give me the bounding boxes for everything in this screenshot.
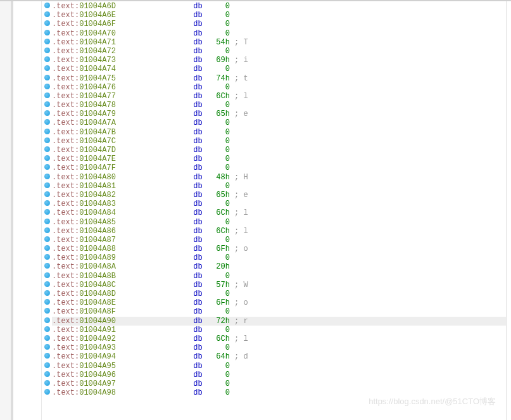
disasm-line[interactable]: .text:01004A94 db 64h ; d — [52, 352, 506, 361]
breakpoint-dot[interactable] — [44, 164, 50, 170]
breakpoint-dot[interactable] — [44, 30, 50, 35]
disasm-line[interactable]: .text:01004A7F db 0 — [52, 163, 506, 172]
disasm-line[interactable]: .text:01004A95 db 0 — [52, 362, 506, 371]
disasm-line[interactable]: .text:01004A72 db 0 — [52, 47, 506, 56]
breakpoint-dot[interactable] — [44, 281, 50, 287]
disasm-line[interactable]: .text:01004A83 db 0 — [52, 200, 506, 208]
disasm-line[interactable]: .text:01004A8B db 0 — [52, 272, 506, 281]
disasm-line[interactable]: .text:01004A85 db 0 — [52, 218, 506, 227]
comment: ; T — [230, 38, 248, 47]
breakpoint-dot[interactable] — [44, 326, 50, 332]
breakpoint-dot[interactable] — [44, 39, 50, 44]
comment: ; e — [230, 191, 248, 200]
breakpoint-dot[interactable] — [44, 191, 50, 197]
disasm-line[interactable]: .text:01004A88 db 6Fh ; o — [52, 245, 506, 253]
breakpoint-dot[interactable] — [44, 11, 50, 17]
breakpoint-dot[interactable] — [44, 137, 50, 143]
breakpoint-dot[interactable] — [44, 219, 50, 224]
breakpoint-dot[interactable] — [44, 254, 50, 260]
breakpoint-dot[interactable] — [44, 362, 50, 368]
disasm-line[interactable]: .text:01004A80 db 48h ; H — [52, 173, 506, 182]
breakpoint-dot[interactable] — [44, 182, 50, 188]
disasm-line[interactable]: .text:01004A97 db 0 — [52, 379, 506, 388]
disasm-line[interactable]: .text:01004A8A db 20h — [52, 262, 506, 271]
disasm-line[interactable]: .text:01004A7C db 0 — [52, 137, 506, 146]
disasm-line[interactable]: .text:01004A6E db 0 — [52, 11, 506, 20]
breakpoint-dot[interactable] — [44, 371, 50, 377]
disasm-line[interactable]: .text:01004A71 db 54h ; T — [52, 38, 506, 47]
breakpoint-dot[interactable] — [44, 380, 50, 386]
disasm-line[interactable]: .text:01004A73 db 69h ; i — [52, 56, 506, 65]
disasm-line[interactable]: .text:01004A7E db 0 — [52, 155, 506, 163]
disasm-line[interactable]: .text:01004A8E db 6Fh ; o — [52, 298, 506, 307]
breakpoint-dot[interactable] — [44, 174, 50, 179]
disasm-line[interactable]: .text:01004A89 db 0 — [52, 253, 506, 262]
breakpoint-gutter[interactable] — [42, 1, 52, 420]
disasm-line[interactable]: .text:01004A77 db 6Ch ; l — [52, 92, 506, 101]
breakpoint-dot[interactable] — [44, 3, 50, 8]
breakpoint-dot[interactable] — [44, 65, 50, 71]
disasm-line[interactable]: .text:01004A8D db 0 — [52, 290, 506, 298]
breakpoint-dot[interactable] — [44, 155, 50, 161]
breakpoint-dot[interactable] — [44, 353, 50, 359]
disasm-line[interactable]: .text:01004A7B db 0 — [52, 128, 506, 137]
mnemonic: db — [193, 227, 202, 236]
disasm-line[interactable]: .text:01004A74 db 0 — [52, 65, 506, 73]
breakpoint-dot[interactable] — [44, 317, 50, 323]
disasm-line[interactable]: .text:01004A70 db 0 — [52, 29, 506, 38]
breakpoint-dot[interactable] — [44, 335, 50, 341]
breakpoint-dot[interactable] — [44, 263, 50, 269]
disasm-line[interactable]: .text:01004A76 db 0 — [52, 83, 506, 92]
disasm-line[interactable]: .text:01004A75 db 74h ; t — [52, 74, 506, 83]
breakpoint-dot[interactable] — [44, 20, 50, 26]
disasm-line[interactable]: .text:01004A8C db 57h ; W — [52, 281, 506, 290]
breakpoint-dot[interactable] — [44, 146, 50, 152]
disasm-line[interactable]: .text:01004A6D db 0 — [52, 2, 506, 11]
disasm-line[interactable]: .text:01004A8F db 0 — [52, 307, 506, 316]
disasm-line[interactable]: .text:01004A90 db 72h ; r — [52, 317, 506, 326]
disasm-line[interactable]: .text:01004A84 db 6Ch ; l — [52, 208, 506, 217]
breakpoint-dot[interactable] — [44, 272, 50, 278]
breakpoint-dot[interactable] — [44, 308, 50, 314]
disasm-line[interactable]: .text:01004A93 db 0 — [52, 343, 506, 352]
breakpoint-dot[interactable] — [44, 84, 50, 89]
disasm-line[interactable]: .text:01004A78 db 0 — [52, 101, 506, 110]
disassembly-view[interactable]: .text:01004A6D db 0.text:01004A6E db 0.t… — [52, 1, 506, 420]
disasm-line[interactable]: .text:01004A98 db 0 — [52, 388, 506, 397]
breakpoint-dot[interactable] — [44, 245, 50, 251]
breakpoint-dot[interactable] — [44, 344, 50, 350]
breakpoint-dot[interactable] — [44, 200, 50, 206]
breakpoint-dot[interactable] — [44, 236, 50, 242]
operand-value: 0 — [203, 290, 230, 298]
disasm-line[interactable]: .text:01004A96 db 0 — [52, 371, 506, 379]
breakpoint-dot[interactable] — [44, 129, 50, 134]
breakpoint-dot[interactable] — [44, 299, 50, 305]
breakpoint-dot[interactable] — [44, 92, 50, 98]
breakpoint-dot[interactable] — [44, 75, 50, 80]
breakpoint-dot[interactable] — [44, 101, 50, 107]
mnemonic: db — [193, 2, 202, 11]
segment-address: .text:01004A7A — [52, 118, 116, 127]
disasm-line[interactable]: .text:01004A86 db 6Ch ; l — [52, 227, 506, 236]
breakpoint-dot[interactable] — [44, 119, 50, 125]
disasm-line[interactable]: .text:01004A79 db 65h ; e — [52, 110, 506, 118]
disasm-line[interactable]: .text:01004A7A db 0 — [52, 118, 506, 127]
breakpoint-dot[interactable] — [44, 110, 50, 116]
segment-address: .text:01004A91 — [52, 326, 116, 334]
disasm-line[interactable]: .text:01004A6F db 0 — [52, 20, 506, 29]
disasm-line[interactable]: .text:01004A91 db 0 — [52, 326, 506, 334]
breakpoint-dot[interactable] — [44, 290, 50, 296]
operand-value: 0 — [203, 155, 230, 163]
disasm-line[interactable]: .text:01004A81 db 0 — [52, 182, 506, 191]
disasm-line[interactable]: .text:01004A7D db 0 — [52, 146, 506, 155]
disasm-line[interactable]: .text:01004A82 db 65h ; e — [52, 191, 506, 200]
mnemonic: db — [193, 182, 202, 191]
disasm-line[interactable]: .text:01004A87 db 0 — [52, 236, 506, 245]
breakpoint-dot[interactable] — [44, 389, 50, 395]
breakpoint-dot[interactable] — [44, 48, 50, 53]
breakpoint-dot[interactable] — [44, 227, 50, 233]
disasm-line[interactable]: .text:01004A92 db 6Ch ; l — [52, 334, 506, 343]
breakpoint-dot[interactable] — [44, 56, 50, 62]
left-scrollbar[interactable] — [0, 1, 11, 420]
breakpoint-dot[interactable] — [44, 209, 50, 215]
